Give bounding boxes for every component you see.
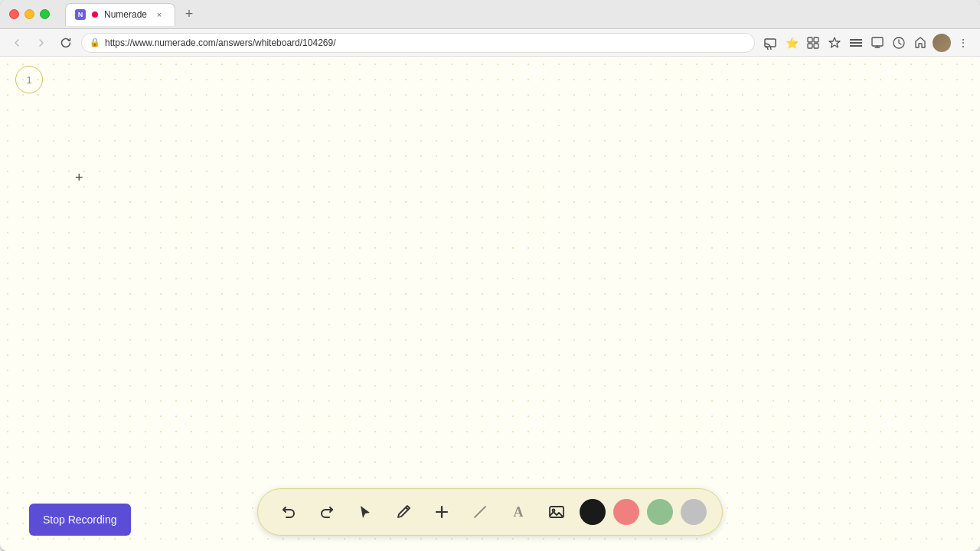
recording-indicator	[92, 11, 98, 18]
svg-line-12	[475, 507, 485, 517]
image-tool-button[interactable]	[541, 497, 572, 527]
lock-icon: 🔒	[90, 37, 100, 47]
svg-rect-1	[808, 37, 812, 42]
page-number: 1	[26, 74, 31, 86]
tab-close-button[interactable]: ×	[153, 8, 165, 21]
new-tab-button[interactable]: +	[178, 4, 200, 25]
color-pink[interactable]	[613, 499, 639, 525]
page-indicator: 1	[15, 66, 43, 93]
eraser-tool-button[interactable]	[465, 497, 495, 527]
active-tab[interactable]: N Numerade ×	[65, 3, 175, 26]
svg-rect-7	[850, 45, 862, 47]
title-bar: N Numerade × +	[0, 0, 980, 29]
tab-title: Numerade	[104, 9, 147, 20]
maximize-button[interactable]	[40, 9, 50, 19]
reload-button[interactable]	[57, 34, 75, 52]
redo-button[interactable]	[312, 497, 342, 527]
url-text: https://www.numerade.com/answers/whitebo…	[105, 37, 746, 48]
bookmark-icon[interactable]: ⭐	[782, 34, 801, 52]
select-tool-button[interactable]	[350, 497, 381, 527]
drawing-toolbar: A	[257, 488, 723, 536]
whiteboard-canvas[interactable]: 1 + Stop Recording	[0, 57, 980, 551]
minimize-button[interactable]	[24, 9, 34, 19]
color-gray[interactable]	[681, 499, 707, 525]
svg-rect-3	[808, 44, 812, 48]
extension-icon-1[interactable]	[804, 34, 822, 52]
undo-button[interactable]	[273, 497, 304, 527]
cast-icon[interactable]	[761, 34, 779, 52]
tab-favicon: N	[75, 9, 86, 20]
browser-window: N Numerade × + 🔒 https://www.numerade.co…	[0, 0, 980, 551]
pen-tool-button[interactable]	[388, 497, 419, 527]
svg-rect-2	[814, 37, 818, 42]
url-bar[interactable]: 🔒 https://www.numerade.com/answers/white…	[81, 33, 755, 53]
stop-recording-button[interactable]: Stop Recording	[29, 504, 131, 536]
traffic-lights	[9, 9, 50, 19]
user-avatar[interactable]	[933, 34, 951, 52]
add-cursor: +	[75, 170, 83, 186]
address-bar: 🔒 https://www.numerade.com/answers/white…	[0, 29, 980, 57]
svg-rect-6	[850, 42, 862, 44]
browser-toolbar-icons: ⭐ ⋮	[761, 34, 972, 52]
svg-rect-8	[872, 37, 883, 46]
extension-icon-5[interactable]	[890, 34, 908, 52]
forward-button[interactable]	[32, 34, 51, 52]
svg-rect-5	[850, 39, 862, 41]
add-tool-button[interactable]	[426, 497, 457, 527]
extension-icon-2[interactable]	[825, 34, 844, 52]
extension-icon-4[interactable]	[868, 34, 887, 52]
tab-bar: N Numerade × +	[65, 3, 971, 26]
text-tool-icon: A	[514, 504, 524, 520]
color-green[interactable]	[647, 499, 673, 525]
svg-rect-4	[814, 44, 818, 48]
extension-icon-6[interactable]	[911, 34, 929, 52]
svg-point-14	[553, 510, 555, 512]
back-button[interactable]	[8, 34, 26, 52]
menu-icon[interactable]: ⋮	[954, 34, 972, 52]
close-button[interactable]	[9, 9, 19, 19]
text-tool-button[interactable]: A	[503, 497, 534, 527]
extension-icon-3[interactable]	[847, 34, 865, 52]
color-black[interactable]	[580, 499, 606, 525]
